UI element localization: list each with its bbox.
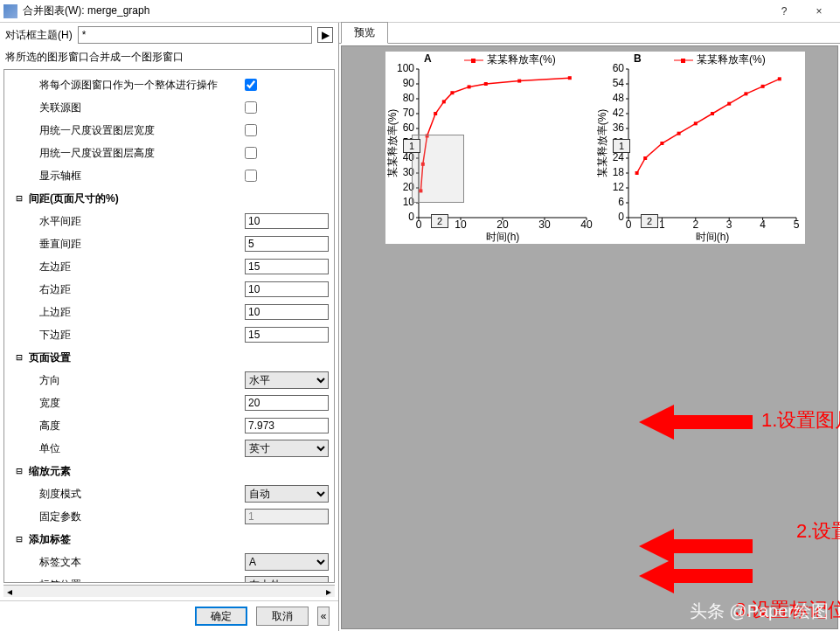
svg-text:48: 48 [613,92,625,104]
vgap-input[interactable] [245,236,329,252]
rmargin-label: 右边距 [13,282,245,297]
opt-show-frame: 显示轴框 [13,169,245,184]
svg-rect-97 [744,92,747,95]
svg-rect-96 [727,102,731,106]
svg-text:6: 6 [618,196,624,208]
chart-b: B 某某释放率(%) 06121824303642485460012345 某某… [595,52,805,244]
width-input[interactable] [245,395,329,411]
chart-a: A 某某释放率(%) 01020304050607080901000102030… [385,52,595,244]
preview-canvas: A 某某释放率(%) 01020304050607080901000102030… [341,45,838,629]
unit-select[interactable]: 英寸 [245,440,329,457]
svg-text:18: 18 [613,166,625,178]
panel-subtitle: 将所选的图形窗口合并成一个图形窗口 [0,47,338,67]
scalemode-select[interactable]: 自动 [245,485,329,503]
svg-text:B: B [634,52,642,65]
svg-text:70: 70 [403,107,415,119]
bmargin-input[interactable] [245,327,329,343]
vgap-label: 垂直间距 [13,237,245,252]
arrow-icon [639,550,753,602]
fixed-input[interactable] [245,509,329,524]
svg-text:24: 24 [613,151,625,163]
expand-button[interactable]: « [317,607,330,626]
help-button[interactable]: ? [767,2,802,21]
theme-menu-button[interactable]: ▶ [317,27,333,43]
annotation-1: 1.设置图片尺寸 [761,407,840,433]
svg-text:10: 10 [455,218,467,231]
svg-text:30: 30 [538,218,551,231]
labeltext-label: 标签文本 [13,555,245,570]
opt-uniform-height: 用统一尺度设置图层高度 [13,146,245,161]
svg-text:60: 60 [613,62,625,74]
titlebar: 合并图表(W): merge_graph ? × [0,0,840,23]
collapse-icon[interactable]: ⊟ [13,533,25,545]
svg-text:0: 0 [618,211,624,223]
annotation-2: 2.设置标记 [796,518,840,544]
svg-text:90: 90 [403,77,415,89]
theme-label: 对话框主题(H) [5,28,73,43]
height-input[interactable] [245,418,329,433]
checkbox-uniform-width[interactable] [245,124,257,136]
labeltext-select[interactable]: A [245,553,329,571]
section-spacing: 间距(页面尺寸的%) [25,191,332,206]
labelpos-select[interactable]: 左上外 [245,576,329,583]
close-button[interactable]: × [802,2,837,21]
collapse-icon[interactable]: ⊟ [13,351,25,364]
checkbox-treat-source[interactable] [245,79,257,91]
cancel-button[interactable]: 取消 [256,607,309,626]
rmargin-input[interactable] [245,281,329,297]
bmargin-label: 下边距 [13,328,245,343]
h-scrollbar[interactable]: ◂▸ [3,585,335,597]
svg-text:42: 42 [613,107,625,119]
svg-text:36: 36 [613,121,625,134]
width-label: 宽度 [13,396,245,411]
svg-rect-41 [434,112,437,115]
svg-text:时间(h): 时间(h) [486,231,520,243]
svg-text:5: 5 [794,218,800,231]
checkbox-show-frame[interactable] [245,170,257,182]
opt-link-source: 关联源图 [13,101,245,115]
chart-pair: A 某某释放率(%) 01020304050607080901000102030… [385,52,805,244]
svg-rect-90 [635,171,639,175]
theme-input[interactable] [78,26,312,44]
svg-text:A: A [424,52,432,65]
svg-rect-45 [484,82,488,86]
hgap-label: 水平间距 [13,214,245,229]
orient-select[interactable]: 水平 [245,371,329,389]
svg-rect-43 [450,91,454,94]
collapse-icon[interactable]: ⊟ [13,192,25,205]
svg-text:某某释放率(%): 某某释放率(%) [487,53,556,66]
tmargin-input[interactable] [245,304,329,320]
svg-text:时间(h): 时间(h) [696,231,730,243]
svg-text:0: 0 [416,218,422,231]
app-icon [3,4,17,18]
svg-text:54: 54 [613,77,625,89]
svg-text:20: 20 [496,218,509,231]
checkbox-link-source[interactable] [245,101,257,114]
lmargin-input[interactable] [245,259,329,274]
svg-rect-99 [778,77,781,80]
svg-text:0: 0 [408,211,414,223]
labelpos-label: 标签位置 [13,578,245,584]
svg-text:1: 1 [659,218,665,231]
collapse-icon[interactable]: ⊟ [13,465,25,477]
section-label: 添加标签 [25,532,332,547]
svg-rect-91 [643,156,647,160]
svg-text:3: 3 [726,218,732,231]
hgap-input[interactable] [245,213,329,229]
svg-text:某某释放率(%): 某某释放率(%) [386,109,399,178]
tab-preview[interactable]: 预览 [341,22,388,44]
opt-treat-source: 将每个源图窗口作为一个整体进行操作 [13,78,245,93]
ok-button[interactable]: 确定 [195,607,247,626]
window-title: 合并图表(W): merge_graph [23,3,767,18]
svg-text:80: 80 [403,92,415,104]
svg-text:100: 100 [397,62,414,74]
checkbox-uniform-height[interactable] [245,147,257,159]
settings-scroll[interactable]: 将每个源图窗口作为一个整体进行操作 关联源图 用统一尺度设置图层宽度 用统一尺度… [3,69,335,583]
fixed-label: 固定参数 [13,510,245,524]
svg-text:2: 2 [692,218,698,231]
scalemode-label: 刻度模式 [13,487,245,502]
svg-rect-47 [568,76,572,80]
settings-panel: 对话框主题(H) ▶ 将所选的图形窗口合并成一个图形窗口 将每个源图窗口作为一个… [0,23,339,631]
opt-uniform-width: 用统一尺度设置图层宽度 [13,123,245,138]
svg-rect-46 [517,80,521,83]
